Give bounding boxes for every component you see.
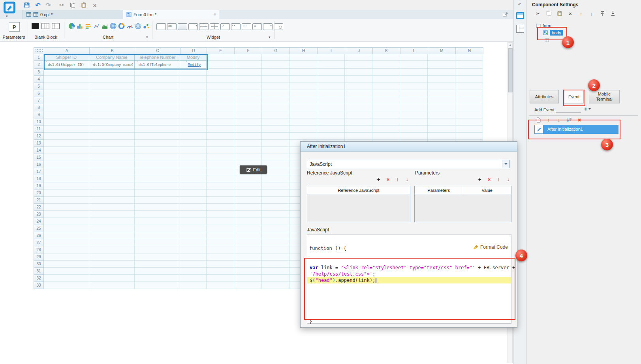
cell-F13[interactable] bbox=[234, 140, 262, 147]
code-body[interactable]: var link = '<link rel="stylesheet" type=… bbox=[307, 265, 511, 283]
widget-more-chevron-icon[interactable]: ▾ bbox=[269, 35, 271, 39]
cell-J3[interactable] bbox=[345, 69, 372, 76]
radio-group-widget-icon[interactable] bbox=[242, 23, 251, 30]
cell-F1[interactable] bbox=[234, 54, 262, 61]
cell-A33[interactable] bbox=[44, 282, 89, 289]
move-up-icon[interactable]: ↑ bbox=[496, 177, 502, 182]
textfield-widget-icon[interactable] bbox=[156, 23, 166, 30]
list-widget-icon[interactable] bbox=[252, 23, 262, 30]
move-to-bottom-icon[interactable] bbox=[610, 10, 616, 17]
cell-N7[interactable] bbox=[455, 97, 483, 104]
cell-E18[interactable] bbox=[207, 175, 234, 182]
cell-C23[interactable] bbox=[135, 211, 180, 218]
cell-N2[interactable] bbox=[455, 61, 483, 69]
cell-A4[interactable] bbox=[44, 76, 89, 83]
cell-D13[interactable] bbox=[180, 140, 207, 147]
cell-K6[interactable] bbox=[372, 90, 400, 97]
cell-F20[interactable] bbox=[234, 190, 262, 197]
cell-B28[interactable] bbox=[89, 246, 135, 253]
cell-E32[interactable] bbox=[207, 275, 234, 282]
cell-B25[interactable] bbox=[89, 225, 135, 232]
tab-0-cpt[interactable]: 0.cpt * × bbox=[23, 10, 130, 19]
cell-J1[interactable] bbox=[345, 54, 372, 61]
scatter-chart-icon[interactable] bbox=[93, 22, 100, 30]
cell-G3[interactable] bbox=[262, 69, 289, 76]
cell-C24[interactable] bbox=[135, 218, 180, 225]
column-header-K[interactable]: K bbox=[373, 48, 400, 54]
cell-J11[interactable] bbox=[345, 126, 372, 133]
grid-block-icon[interactable] bbox=[52, 23, 60, 29]
cell-F29[interactable] bbox=[234, 253, 262, 261]
cell-N9[interactable] bbox=[455, 111, 483, 118]
save-button[interactable] bbox=[23, 1, 31, 9]
cell-A17[interactable] bbox=[44, 168, 89, 175]
cell-K10[interactable] bbox=[372, 118, 400, 126]
cell-I10[interactable] bbox=[317, 118, 345, 126]
cell-C19[interactable] bbox=[135, 182, 180, 190]
report-block-node-icon[interactable] bbox=[545, 38, 549, 42]
cell-F33[interactable] bbox=[234, 282, 262, 289]
cell-G7[interactable] bbox=[262, 97, 289, 104]
cell-G10[interactable] bbox=[262, 118, 289, 126]
column-header-L[interactable]: L bbox=[400, 48, 428, 54]
cell-G33[interactable] bbox=[262, 282, 289, 289]
cell-K11[interactable] bbox=[372, 126, 400, 133]
remove-icon[interactable]: × bbox=[486, 176, 492, 182]
cell-J7[interactable] bbox=[345, 97, 372, 104]
code-line-1[interactable]: var link = '<link rel="stylesheet" type=… bbox=[307, 265, 511, 271]
cell-A6[interactable] bbox=[44, 90, 89, 97]
cell-E10[interactable] bbox=[207, 118, 234, 126]
map-chart-icon[interactable] bbox=[109, 22, 117, 30]
column-header-C[interactable]: C bbox=[135, 48, 180, 54]
cell-N6[interactable] bbox=[455, 90, 483, 97]
cell-C4[interactable] bbox=[135, 76, 180, 83]
cell-G19[interactable] bbox=[262, 182, 289, 190]
cell-D28[interactable] bbox=[180, 246, 207, 253]
cell-B17[interactable] bbox=[89, 168, 135, 175]
textarea-widget-icon[interactable] bbox=[167, 23, 177, 30]
grid-corner-cell[interactable] bbox=[34, 48, 44, 54]
tree-node-body[interactable]: body bbox=[526, 29, 641, 36]
cell-I7[interactable] bbox=[317, 97, 345, 104]
row-header-10[interactable]: 10 bbox=[34, 118, 44, 126]
cell-F26[interactable] bbox=[234, 232, 262, 239]
cell-E31[interactable] bbox=[207, 268, 234, 275]
cell-N10[interactable] bbox=[455, 118, 483, 126]
scrollbar-thumb[interactable] bbox=[508, 48, 513, 92]
cell-K3[interactable] bbox=[372, 69, 400, 76]
cell-D11[interactable] bbox=[180, 126, 207, 133]
cell-E25[interactable] bbox=[207, 225, 234, 232]
cell-H10[interactable] bbox=[289, 118, 317, 126]
cell-F11[interactable] bbox=[234, 126, 262, 133]
cell-D10[interactable] bbox=[180, 118, 207, 126]
cell-G21[interactable] bbox=[262, 197, 289, 204]
cell-B9[interactable] bbox=[89, 111, 135, 118]
cell-M4[interactable] bbox=[428, 76, 455, 83]
cell-C21[interactable] bbox=[135, 197, 180, 204]
cell-H12[interactable] bbox=[289, 133, 317, 140]
copy-icon[interactable] bbox=[546, 10, 552, 17]
cell-F4[interactable] bbox=[234, 76, 262, 83]
cell-L7[interactable] bbox=[400, 97, 428, 104]
cell-B6[interactable] bbox=[89, 90, 135, 97]
chart-more-chevron-icon[interactable]: ▾ bbox=[146, 35, 148, 39]
cell-F12[interactable] bbox=[234, 133, 262, 140]
cell-I5[interactable] bbox=[317, 83, 345, 90]
cell-K12[interactable] bbox=[372, 133, 400, 140]
cell-D18[interactable] bbox=[180, 175, 207, 182]
cell-A29[interactable] bbox=[44, 253, 89, 261]
cell-G13[interactable] bbox=[262, 140, 289, 147]
cell-G22[interactable] bbox=[262, 204, 289, 211]
cell-E30[interactable] bbox=[207, 261, 234, 268]
cell-L4[interactable] bbox=[400, 76, 428, 83]
cell-A14[interactable] bbox=[44, 147, 89, 154]
code-line-2[interactable]: '/help/css/test.css">'; bbox=[307, 271, 511, 277]
gauge-chart-icon[interactable] bbox=[126, 22, 133, 30]
undo-icon[interactable]: ↶ bbox=[34, 1, 42, 9]
cell-F9[interactable] bbox=[234, 111, 262, 118]
cell-E12[interactable] bbox=[207, 133, 234, 140]
cell-B14[interactable] bbox=[89, 147, 135, 154]
cell-E21[interactable] bbox=[207, 197, 234, 204]
cell-C1[interactable]: Telephone Number bbox=[135, 54, 180, 61]
cell-F24[interactable] bbox=[234, 218, 262, 225]
